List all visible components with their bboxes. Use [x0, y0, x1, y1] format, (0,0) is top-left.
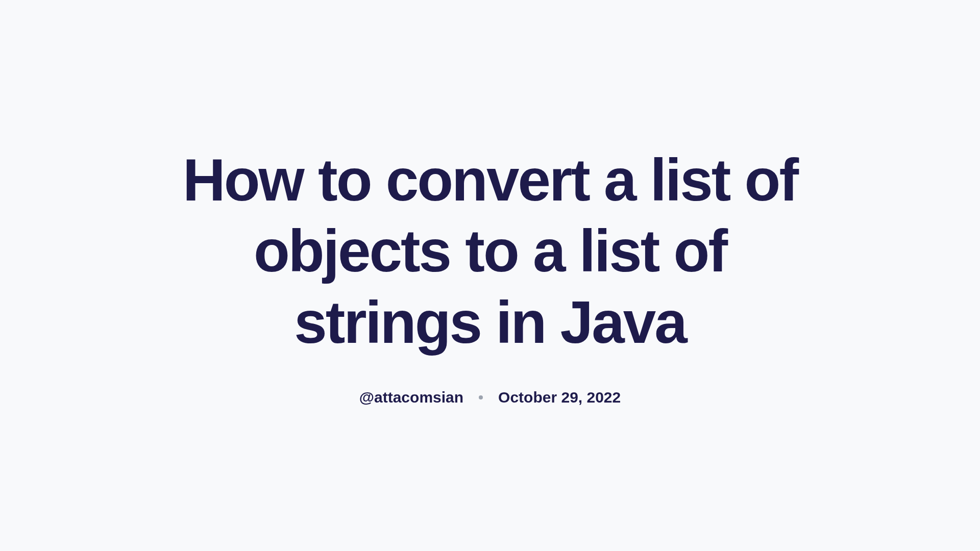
article-title: How to convert a list of objects to a li… — [179, 145, 801, 358]
author-handle[interactable]: @attacomsian — [359, 389, 463, 406]
article-header: How to convert a list of objects to a li… — [158, 145, 822, 406]
article-meta: @attacomsian October 29, 2022 — [179, 389, 801, 406]
publish-date: October 29, 2022 — [498, 389, 621, 406]
dot-separator-icon — [479, 395, 483, 399]
